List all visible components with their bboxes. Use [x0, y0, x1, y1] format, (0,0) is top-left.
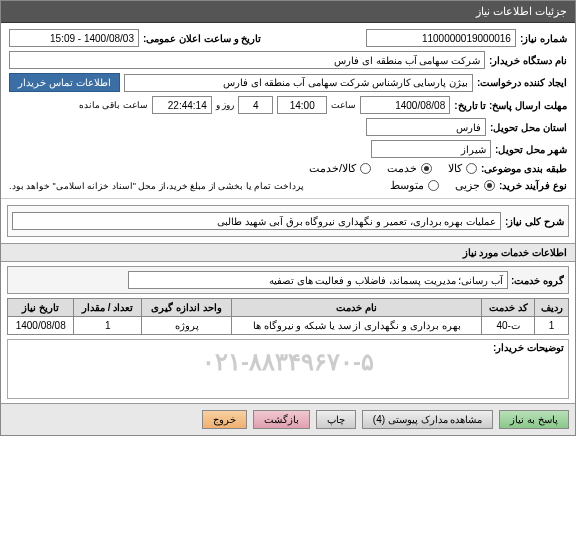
table-row[interactable]: 1 ت-40 بهره برداری و نگهداری از سد یا شب… [8, 317, 569, 335]
radio-kala[interactable] [466, 163, 477, 174]
cell-code: ت-40 [482, 317, 535, 335]
buyer-notes-label: توضیحات خریدار: [493, 342, 564, 353]
print-button[interactable]: چاپ [316, 410, 356, 429]
radio-jozi[interactable] [484, 180, 495, 191]
remaining-label: ساعت باقی مانده [79, 100, 148, 110]
buyer-label: نام دستگاه خریدار: [489, 55, 567, 66]
time-label-1: ساعت [331, 100, 356, 110]
days-field: 4 [238, 96, 273, 114]
phone-number: ۰۲۱-۸۸۳۴۹۶۷۰-۵ [8, 340, 568, 384]
deadline-time-field: 14:00 [277, 96, 327, 114]
radio-kala-label: کالا [448, 162, 462, 175]
radio-motevaset[interactable] [428, 180, 439, 191]
button-bar: پاسخ به نیاز مشاهده مدارک پیوستی (4) چاپ… [1, 403, 575, 435]
service-group-label: گروه خدمت: [511, 275, 564, 286]
need-number-field: 1100000019000016 [366, 29, 516, 47]
public-date-label: تاریخ و ساعت اعلان عمومی: [143, 33, 261, 44]
buyer-field: شرکت سهامی آب منطقه ای فارس [9, 51, 485, 69]
city-field: شیراز [371, 140, 491, 158]
cell-idx: 1 [535, 317, 569, 335]
deadline-date-field: 1400/08/08 [360, 96, 450, 114]
th-qty: تعداد / مقدار [74, 299, 142, 317]
th-unit: واحد اندازه گیری [142, 299, 232, 317]
subject-type-label: طبقه بندی موضوعی: [481, 163, 567, 174]
th-idx: ردیف [535, 299, 569, 317]
buy-type-label: نوع فرآیند خرید: [499, 180, 567, 191]
radio-motevaset-label: متوسط [390, 179, 424, 192]
radio-kala-khedmat[interactable] [360, 163, 371, 174]
buyer-notes-area: توضیحات خریدار: ۰۲۱-۸۸۳۴۹۶۷۰-۵ [7, 339, 569, 399]
city-label: شهر محل تحویل: [495, 144, 567, 155]
th-name: نام خدمت [232, 299, 482, 317]
radio-khedmat-label: خدمت [387, 162, 417, 175]
need-number-label: شماره نیاز: [520, 33, 567, 44]
window-title: جزئیات اطلاعات نیاز [1, 1, 575, 23]
exit-button[interactable]: خروج [202, 410, 247, 429]
cell-qty: 1 [74, 317, 142, 335]
payment-note: پرداخت تمام یا بخشی از مبلغ خرید،از محل … [9, 181, 304, 191]
province-label: استان محل تحویل: [490, 122, 567, 133]
attachments-button[interactable]: مشاهده مدارک پیوستی (4) [362, 410, 494, 429]
requester-label: ایجاد کننده درخواست: [477, 77, 567, 88]
th-code: کد خدمت [482, 299, 535, 317]
cell-date: 1400/08/08 [8, 317, 74, 335]
contact-info-tab[interactable]: اطلاعات تماس خریدار [9, 73, 120, 92]
requester-field: بیژن پارسایی کارشناس شرکت سهامی آب منطقه… [124, 74, 474, 92]
radio-kala-khedmat-label: کالا/خدمت [309, 162, 356, 175]
cell-unit: پروژه [142, 317, 232, 335]
respond-button[interactable]: پاسخ به نیاز [499, 410, 569, 429]
public-date-field: 1400/08/03 - 15:09 [9, 29, 139, 47]
desc-title-field: عملیات بهره برداری، تعمیر و نگهداری نیرو… [12, 212, 501, 230]
services-table: ردیف کد خدمت نام خدمت واحد اندازه گیری ت… [7, 298, 569, 335]
radio-khedmat[interactable] [421, 163, 432, 174]
province-field: فارس [366, 118, 486, 136]
remaining-time-field: 22:44:14 [152, 96, 212, 114]
service-group-field: آب رسانی؛ مدیریت پسماند، فاضلاب و فعالیت… [128, 271, 508, 289]
services-sub-header: اطلاعات خدمات مورد نیاز [1, 243, 575, 262]
back-button[interactable]: بازگشت [253, 410, 310, 429]
th-date: تاریخ نیاز [8, 299, 74, 317]
radio-jozi-label: جزیی [455, 179, 480, 192]
desc-title-label: شرح کلی نیاز: [505, 216, 564, 227]
cell-name: بهره برداری و نگهداری از سد یا شبکه و نی… [232, 317, 482, 335]
day-label: روز و [216, 100, 235, 110]
deadline-label: مهلت ارسال پاسخ: تا تاریخ: [454, 100, 567, 111]
